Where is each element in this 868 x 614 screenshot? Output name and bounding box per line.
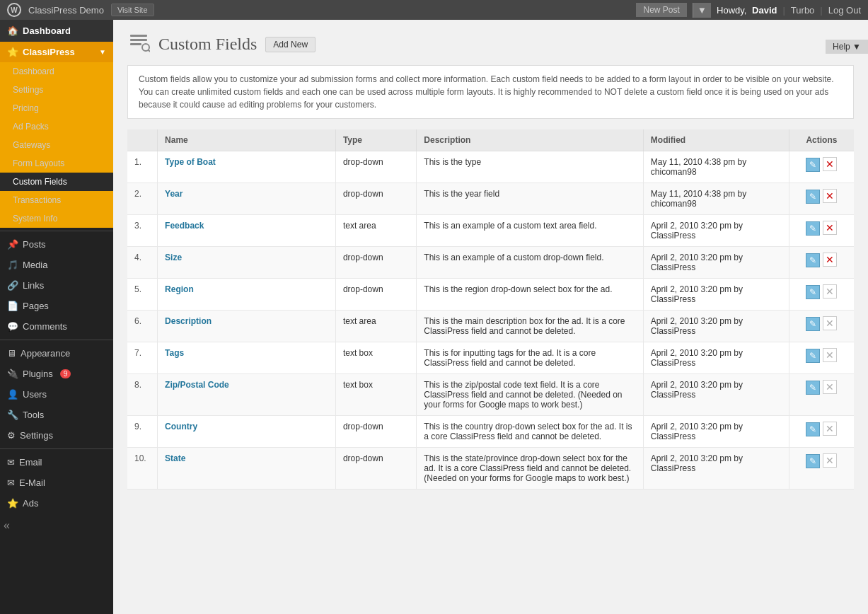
logout-link[interactable]: Log Out [828,5,861,16]
sidebar-item-plugins[interactable]: 🔌 Plugins 9 [0,364,113,384]
field-name-link[interactable]: Description [165,316,212,326]
edit-button[interactable]: ✎ [806,253,820,267]
howdy-text: Howdy, David [717,5,777,16]
edit-button[interactable]: ✎ [806,221,820,236]
row-description: This is the region drop-down select box … [417,279,644,311]
field-name-link[interactable]: Zip/Postal Code [165,380,229,390]
field-name-link[interactable]: Year [165,189,183,199]
col-num [127,129,158,151]
plugins-badge: 9 [60,369,71,378]
sidebar-item-email2[interactable]: ✉ E-Mail [0,473,113,493]
sidebar-item-cp-settings[interactable]: Settings [0,81,113,99]
row-name: Size [158,247,336,279]
edit-button[interactable]: ✎ [806,285,820,299]
row-actions: ✎✕ [789,279,854,311]
field-name-link[interactable]: State [165,453,185,463]
row-num: 2. [127,183,158,215]
edit-button[interactable]: ✎ [806,190,820,204]
field-name-link[interactable]: Country [165,422,197,431]
row-num: 3. [127,215,158,247]
row-modified: April 2, 2010 3:20 pm by ClassiPress [643,342,789,374]
add-new-button[interactable]: Add New [265,37,316,52]
delete-button[interactable]: ✕ [823,253,837,267]
sidebar-item-cp-pricing[interactable]: Pricing [0,99,113,117]
edit-button[interactable]: ✎ [806,349,820,363]
sidebar-item-cp-adpacks[interactable]: Ad Packs [0,117,113,136]
sidebar-item-pages[interactable]: 📄 Pages [0,296,113,316]
row-num: 6. [127,311,158,342]
email-icon: ✉ [7,457,15,468]
edit-button[interactable]: ✎ [806,317,820,331]
field-name-link[interactable]: Region [165,284,194,294]
field-name-link[interactable]: Feedback [165,221,204,231]
email2-label: E-Mail [19,477,45,488]
col-actions: Actions [789,129,854,151]
sidebar-item-comments[interactable]: 💬 Comments [0,316,113,337]
sidebar-item-dashboard[interactable]: 🏠 Dashboard [0,20,113,42]
edit-button[interactable]: ✎ [806,381,820,395]
delete-button-disabled: ✕ [823,453,837,468]
table-row: 9.Countrydrop-downThis is the country dr… [127,416,854,448]
row-modified: April 2, 2010 3:20 pm by ClassiPress [643,215,789,247]
help-button[interactable]: Help ▼ [826,40,868,54]
turbo-link[interactable]: Turbo [791,5,814,16]
table-row: 5.Regiondrop-downThis is the region drop… [127,279,854,311]
delete-button-disabled: ✕ [823,284,837,299]
tools-label: Tools [23,410,44,420]
sidebar-item-cp-gateways[interactable]: Gateways [0,136,113,154]
email2-icon: ✉ [7,477,15,488]
sidebar: 🏠 Dashboard ⭐ ClassiPress ▼ Dashboard Se… [0,20,113,614]
field-name-link[interactable]: Size [165,253,182,262]
sidebar-collapse-button[interactable]: « [0,514,113,538]
links-icon: 🔗 [7,280,18,291]
col-modified: Modified [643,129,789,151]
media-label: Media [23,260,47,270]
sidebar-item-cp-dashboard[interactable]: Dashboard [0,62,113,81]
sidebar-item-links[interactable]: 🔗 Links [0,275,113,296]
sidebar-item-ads[interactable]: ⭐ Ads [0,493,113,514]
delete-button-disabled: ✕ [823,316,837,330]
delete-button[interactable]: ✕ [823,221,837,235]
delete-button[interactable]: ✕ [823,157,837,171]
edit-button[interactable]: ✎ [806,158,820,172]
row-type: drop-down [335,279,416,311]
sidebar-item-email[interactable]: ✉ Email [0,452,113,473]
sidebar-item-appearance[interactable]: 🖥 Appearance [0,343,113,364]
svg-line-4 [149,50,151,52]
sidebar-item-cp-customfields[interactable]: Custom Fields [0,173,113,191]
edit-button[interactable]: ✎ [806,454,820,468]
sidebar-item-cp-transactions[interactable]: Transactions [0,191,113,209]
row-actions: ✎✕ [789,342,854,374]
row-description: This is the type [417,151,644,183]
sidebar-item-tools[interactable]: 🔧 Tools [0,405,113,425]
sidebar-item-media[interactable]: 🎵 Media [0,255,113,275]
row-name: Year [158,183,336,215]
classipress-menu-header[interactable]: ⭐ ClassiPress ▼ [0,42,113,62]
col-type: Type [335,129,416,151]
row-type: text box [335,374,416,416]
sidebar-item-cp-formlayouts[interactable]: Form Layouts [0,154,113,173]
settings-label: Settings [20,430,53,441]
ads-icon: ⭐ [7,498,18,509]
sidebar-item-posts[interactable]: 📌 Posts [0,234,113,255]
row-name: Region [158,279,336,311]
edit-button[interactable]: ✎ [806,422,820,436]
row-description: This is the zip/postal code text field. … [417,374,644,416]
visit-site-button[interactable]: Visit Site [111,4,154,16]
sidebar-item-users[interactable]: 👤 Users [0,384,113,405]
row-modified: May 11, 2010 4:38 pm by chicoman98 [643,151,789,183]
row-type: drop-down [335,151,416,183]
pages-label: Pages [23,301,49,311]
sidebar-dashboard-label: Dashboard [23,25,71,36]
delete-button[interactable]: ✕ [823,189,837,203]
sidebar-item-settings[interactable]: ⚙ Settings [0,425,113,446]
row-description: This is an example of a custom drop-down… [417,247,644,279]
field-name-link[interactable]: Tags [165,348,184,358]
new-post-button[interactable]: New Post [636,3,686,17]
plugins-icon: 🔌 [7,369,18,379]
row-description: This is for inputting tags for the ad. I… [417,342,644,374]
row-description: This is the state/province drop-down sel… [417,448,644,490]
sidebar-item-cp-systeminfo[interactable]: System Info [0,209,113,228]
field-name-link[interactable]: Type of Boat [165,157,216,167]
new-post-dropdown-button[interactable]: ▼ [693,3,711,18]
